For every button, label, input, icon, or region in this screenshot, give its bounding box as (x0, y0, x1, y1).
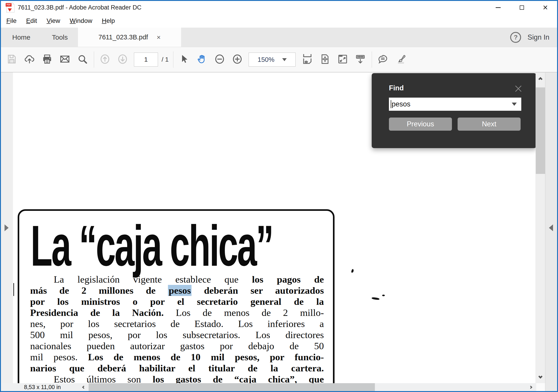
save-button[interactable] (5, 53, 18, 66)
highlight-button[interactable] (394, 53, 407, 66)
chevron-up-icon (538, 77, 542, 81)
zoom-level-dropdown[interactable]: 150% (249, 52, 296, 67)
pdf-label: PDF (6, 3, 12, 7)
chevron-right-icon (529, 385, 532, 389)
maximize-button[interactable] (510, 1, 533, 14)
select-tool-button[interactable] (178, 53, 191, 66)
page-size-label: 8,53 x 11,00 in (1, 383, 78, 391)
email-button[interactable] (59, 53, 71, 66)
article-headline: La “caja chica” (31, 217, 273, 274)
minimize-icon (496, 7, 501, 8)
chevron-down-icon[interactable] (512, 102, 517, 106)
search-icon (77, 54, 88, 65)
ink-speck (372, 297, 380, 300)
menu-file[interactable]: File (6, 17, 17, 25)
scroll-right-button[interactable] (526, 383, 536, 391)
newspaper-clipping: La “caja chica” La legislación vigente e… (18, 209, 334, 383)
save-icon (7, 54, 17, 65)
document-tab-label: 7611_023.3B.pdf (98, 34, 148, 41)
doc-line: Presidencia de la Nación. Los de menos d… (30, 307, 324, 318)
cloud-upload-icon (24, 54, 35, 65)
find-previous-button[interactable]: Previous (389, 118, 452, 131)
vertical-scrollbar[interactable] (536, 72, 545, 383)
tab-tools[interactable]: Tools (42, 28, 78, 47)
print-icon (42, 54, 52, 65)
scroll-up-button[interactable] (536, 72, 545, 85)
fit-page-icon (320, 54, 330, 65)
maximize-icon (520, 5, 524, 10)
main-toolbar: / 1 150% (1, 47, 557, 72)
scroll-left-button[interactable] (78, 383, 89, 391)
article-body: La legislación vigente establece que los… (30, 274, 324, 383)
acrobat-window: PDF 7611_023.3B.pdf - Adobe Acrobat Read… (0, 0, 558, 392)
doc-line: La legislación vigente establece que los… (30, 274, 324, 285)
menu-bar: File Edit View Window Help (1, 14, 557, 28)
vertical-scrollbar-thumb[interactable] (536, 87, 545, 174)
comment-icon (378, 54, 388, 65)
tab-home[interactable]: Home (1, 28, 42, 47)
scan-edge-mark (13, 283, 14, 296)
print-button[interactable] (41, 53, 53, 66)
zoom-in-button[interactable] (231, 53, 244, 66)
zoom-in-icon (232, 54, 243, 65)
close-button[interactable]: × (533, 1, 557, 14)
tab-close-icon[interactable]: × (157, 34, 161, 41)
window-controls: × (486, 1, 557, 14)
expand-nav-pane-icon[interactable] (5, 224, 9, 231)
help-icon[interactable]: ? (510, 32, 521, 43)
doc-line: por los ministros o por el secretario ge… (30, 296, 324, 307)
page-number-input[interactable] (134, 52, 158, 67)
menu-view[interactable]: View (46, 17, 60, 25)
read-mode-button[interactable] (336, 53, 349, 66)
find-panel: Find pesos Previous Next (372, 73, 536, 148)
comment-button[interactable] (376, 53, 389, 66)
doc-line: narios que deberá habilitar el titular d… (30, 363, 324, 374)
zoom-out-button[interactable] (213, 53, 226, 66)
page-count-label: / 1 (162, 56, 169, 63)
sign-in-button[interactable]: Sign In (527, 33, 549, 42)
scroll-down-button[interactable] (536, 371, 545, 383)
zoom-level-value: 150% (258, 56, 274, 63)
hand-tool-icon (197, 54, 207, 65)
pdf-page[interactable]: La “caja chica” La legislación vigente e… (13, 72, 536, 383)
close-icon: × (543, 4, 548, 11)
navigation-pane-collapsed[interactable] (1, 72, 13, 383)
tools-pane-collapsed[interactable] (545, 72, 557, 383)
page-up-icon (100, 54, 110, 65)
email-icon (60, 54, 70, 65)
fit-width-button[interactable] (301, 53, 314, 66)
minimize-button[interactable] (486, 1, 510, 14)
find-search-input[interactable]: pesos (389, 98, 521, 111)
find-panel-title: Find (389, 84, 404, 92)
hand-tool-button[interactable] (196, 53, 208, 66)
find-close-button[interactable] (514, 85, 522, 93)
window-title: 7611_023.3B.pdf - Adobe Acrobat Reader D… (18, 4, 141, 11)
horizontal-scrollbar-thumb[interactable] (89, 383, 375, 391)
menu-help[interactable]: Help (102, 17, 115, 25)
status-bar: 8,53 x 11,00 in (1, 383, 557, 391)
find-next-button[interactable]: Next (458, 118, 521, 131)
doc-line: 500 mil pesos, por los subsecretarios. L… (30, 329, 324, 340)
search-button[interactable] (76, 53, 89, 66)
scrollbar-corner-strip (545, 383, 557, 391)
collapse-toolbar-button[interactable] (354, 53, 367, 66)
previous-page-button[interactable] (99, 53, 111, 66)
read-mode-icon (338, 54, 348, 65)
chevron-down-icon (538, 374, 542, 378)
scrollbar-corner (536, 383, 545, 391)
chevron-left-icon (82, 385, 85, 389)
tab-bar: Home Tools 7611_023.3B.pdf × ? Sign In (1, 28, 557, 47)
horizontal-scrollbar-track[interactable] (375, 383, 526, 391)
menu-window[interactable]: Window (70, 17, 92, 25)
tab-document[interactable]: 7611_023.3B.pdf × (78, 28, 181, 47)
expand-tools-pane-icon[interactable] (549, 224, 553, 231)
ink-speck (382, 295, 385, 296)
doc-line: nes, por los secretarios de Estado. Los … (30, 318, 324, 329)
page-down-icon (117, 54, 128, 65)
next-page-button[interactable] (116, 53, 129, 66)
share-button[interactable] (23, 53, 36, 66)
title-bar: PDF 7611_023.3B.pdf - Adobe Acrobat Read… (1, 1, 557, 14)
doc-line: más de 2 millones de pesos deberán ser a… (30, 285, 324, 296)
menu-edit[interactable]: Edit (26, 17, 37, 25)
fit-page-button[interactable] (319, 53, 331, 66)
